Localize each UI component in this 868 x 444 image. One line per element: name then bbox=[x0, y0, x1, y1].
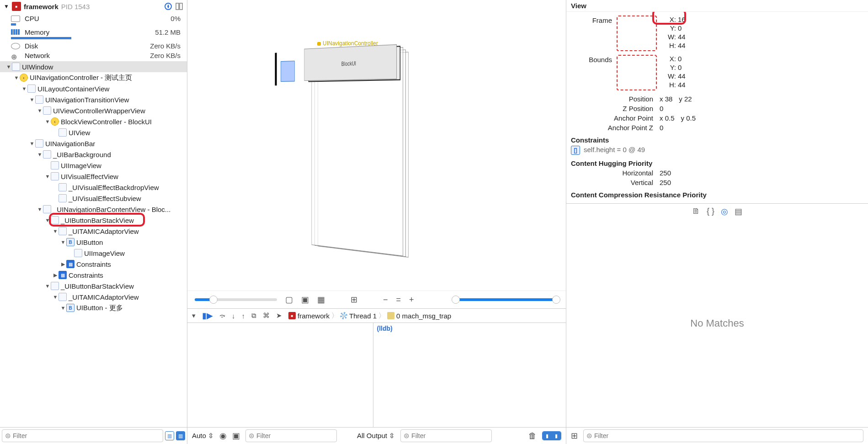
canvas-navbar[interactable]: BlockUI bbox=[304, 44, 397, 81]
disclosure-icon[interactable] bbox=[52, 228, 59, 234]
network-gauge[interactable]: ⊕ Network Zero KB/s bbox=[0, 51, 187, 60]
variables-view[interactable] bbox=[187, 323, 373, 427]
history-inspector-icon[interactable]: { } bbox=[707, 206, 714, 217]
inspector-body[interactable]: Frame X:16 Y:0 W:44 H:44 Bounds X:0 Y:0 … bbox=[566, 12, 868, 203]
tree-row[interactable]: _UIBarBackground bbox=[0, 149, 187, 160]
filter-input[interactable] bbox=[13, 432, 160, 439]
zoom-out-icon[interactable]: − bbox=[383, 295, 388, 305]
show-2d-icon[interactable]: ▥ bbox=[165, 431, 174, 440]
cpu-label: CPU bbox=[25, 15, 166, 22]
disk-gauge[interactable]: Disk Zero KB/s bbox=[0, 41, 187, 51]
object-inspector-icon[interactable]: ▤ bbox=[735, 206, 742, 217]
wireframe-icon[interactable]: ▦ bbox=[317, 295, 325, 305]
inspector-filter[interactable]: ⊜ bbox=[583, 429, 863, 442]
vars-filter[interactable]: ⊜ bbox=[245, 429, 337, 442]
view-debug-icon[interactable]: ⧉ bbox=[251, 312, 256, 320]
disclosure-icon[interactable] bbox=[44, 174, 51, 179]
tree-row[interactable]: _UIButtonBarStackView bbox=[0, 280, 187, 291]
size-inspector-icon[interactable]: ◎ bbox=[721, 206, 728, 217]
tree-row[interactable]: ▦Constraints bbox=[0, 259, 187, 270]
tree-row[interactable]: _UITAMICAdaptorView bbox=[0, 291, 187, 302]
location-icon[interactable]: ➤ bbox=[276, 312, 282, 320]
disclosure-icon[interactable] bbox=[52, 294, 59, 300]
tree-row[interactable]: ▦Constraints bbox=[0, 270, 187, 280]
inspector-filter-input[interactable] bbox=[594, 432, 860, 439]
disclosure-icon[interactable] bbox=[13, 75, 20, 80]
step-over-icon[interactable]: ⤼ bbox=[219, 312, 225, 320]
memory-gauge[interactable]: Memory 51.2 MB bbox=[0, 27, 187, 37]
tree-row[interactable]: _UIVisualEffectBackdropView bbox=[0, 182, 187, 193]
vars-filter-input[interactable] bbox=[256, 432, 336, 439]
disclosure-icon[interactable] bbox=[44, 119, 51, 124]
spacing-slider[interactable] bbox=[195, 298, 277, 301]
disclosure-icon[interactable] bbox=[44, 217, 51, 223]
grid-icon[interactable]: ⊞ bbox=[571, 431, 578, 441]
quicklook-icon[interactable]: ◉ bbox=[219, 431, 227, 441]
console-filter-input[interactable] bbox=[411, 432, 491, 439]
disclosure-icon[interactable] bbox=[29, 97, 35, 102]
tree-row[interactable]: UIImageView bbox=[0, 248, 187, 259]
step-out-icon[interactable]: ↑ bbox=[242, 312, 245, 320]
trash-icon[interactable]: 🗑 bbox=[528, 431, 537, 441]
disclosure-icon[interactable]: ▼ bbox=[4, 3, 9, 10]
constraints-icon[interactable]: ▣ bbox=[301, 295, 309, 305]
disclosure-icon[interactable] bbox=[44, 283, 51, 289]
show-3d-icon[interactable]: ▥ bbox=[176, 431, 185, 440]
disclosure-icon[interactable] bbox=[60, 261, 66, 267]
console-filter[interactable]: ⊜ bbox=[400, 429, 492, 442]
disclosure-icon[interactable] bbox=[37, 108, 43, 113]
cpu-gauge[interactable]: CPU 0% bbox=[0, 14, 187, 23]
split-icon[interactable] bbox=[175, 2, 183, 11]
tree-row[interactable]: UIVisualEffectView bbox=[0, 171, 187, 182]
print-icon[interactable]: ▣ bbox=[232, 431, 240, 441]
tree-row[interactable]: ‹BlockViewController - BlockUI bbox=[0, 116, 187, 127]
tree-row[interactable]: _UIButtonBarStackView bbox=[0, 215, 187, 226]
tree-row[interactable]: BUIButton bbox=[0, 237, 187, 248]
canvas-selected-view[interactable] bbox=[281, 61, 294, 82]
scope-popup[interactable]: Auto ⇳ bbox=[192, 432, 214, 440]
inspector-tab-bar: 🗎 { } ◎ ▤ bbox=[566, 203, 868, 219]
disclosure-icon[interactable] bbox=[29, 141, 35, 146]
pane-toggle[interactable]: ▮▮ bbox=[542, 431, 561, 440]
disclosure-icon[interactable] bbox=[60, 239, 66, 245]
tree-row[interactable]: ‹UINavigationController - 测试主页 bbox=[0, 72, 187, 83]
tree-row[interactable]: _UINavigationBarContentView - Bloc... bbox=[0, 204, 187, 215]
disclosure-icon[interactable] bbox=[52, 272, 59, 278]
debug-area: (lldb) bbox=[187, 323, 566, 427]
orient-icon[interactable]: ⊞ bbox=[351, 295, 357, 305]
tree-row[interactable]: _UIVisualEffectSubview bbox=[0, 193, 187, 204]
object-icon bbox=[51, 161, 59, 169]
step-into-icon[interactable]: ↓ bbox=[232, 312, 235, 320]
memory-graph-icon[interactable]: ⌘ bbox=[263, 312, 270, 320]
continue-icon[interactable]: ▮▶ bbox=[202, 311, 213, 321]
filter-input-wrap[interactable]: ⊜ bbox=[2, 429, 163, 442]
debug-breadcrumb[interactable]: ■ framework 〉 Thread 1 〉 0 mach_msg_trap bbox=[288, 312, 451, 320]
bounds-h: 44 bbox=[678, 81, 686, 89]
clip-icon[interactable]: ▢ bbox=[285, 295, 293, 305]
tree-row[interactable]: UIView bbox=[0, 127, 187, 138]
tree-row[interactable]: BUIButton - 更多 bbox=[0, 302, 187, 313]
tree-row[interactable]: UILayoutContainerView bbox=[0, 83, 187, 94]
tree-row[interactable]: UINavigationBar bbox=[0, 138, 187, 149]
console-output[interactable]: (lldb) bbox=[373, 323, 566, 427]
disclosure-icon[interactable] bbox=[60, 305, 66, 311]
disclosure-icon[interactable] bbox=[37, 206, 43, 212]
tree-row[interactable]: UIWindow bbox=[0, 61, 187, 72]
toggle-breakpoints-icon[interactable]: ▾ bbox=[192, 312, 196, 320]
range-slider[interactable] bbox=[453, 298, 559, 301]
zoom-actual-icon[interactable]: = bbox=[396, 295, 401, 305]
view-debugger-canvas[interactable]: UINavigationController BlockUI bbox=[187, 0, 566, 291]
tree-row[interactable]: UINavigationTransitionView bbox=[0, 94, 187, 105]
disclosure-icon[interactable] bbox=[37, 152, 43, 157]
output-popup[interactable]: All Output ⇳ bbox=[357, 432, 395, 440]
tree-row[interactable]: _UITAMICAdaptorView bbox=[0, 226, 187, 237]
file-inspector-icon[interactable]: 🗎 bbox=[692, 206, 700, 217]
tree-row[interactable]: UIImageView bbox=[0, 160, 187, 171]
zoom-in-icon[interactable]: + bbox=[409, 295, 414, 305]
disclosure-icon[interactable] bbox=[5, 64, 12, 69]
disclosure-icon[interactable] bbox=[21, 86, 27, 91]
compass-icon[interactable] bbox=[164, 2, 172, 11]
constraint-row[interactable]: ▯ self.height = 0 @ 49 bbox=[571, 145, 863, 156]
view-hierarchy-tree[interactable]: UIWindow‹UINavigationController - 测试主页UI… bbox=[0, 61, 187, 427]
tree-row[interactable]: UIViewControllerWrapperView bbox=[0, 105, 187, 116]
